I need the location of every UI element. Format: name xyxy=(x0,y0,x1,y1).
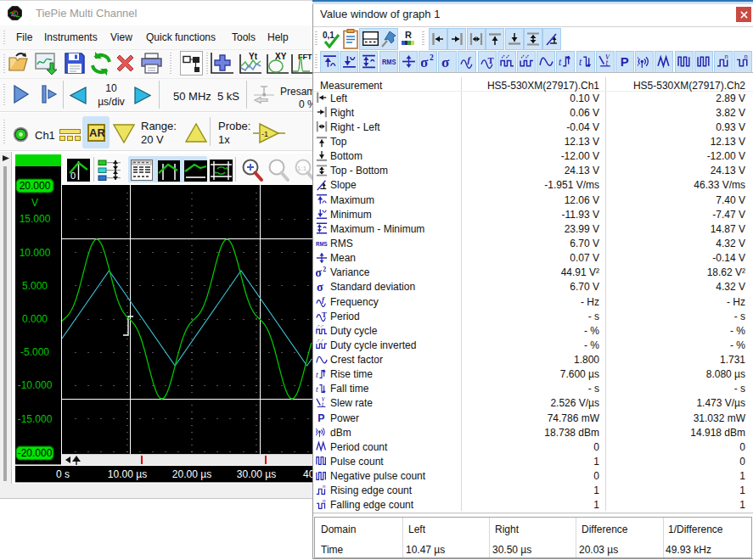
svg-text:t: t xyxy=(579,57,582,68)
svg-text:P: P xyxy=(317,412,324,423)
svg-text:T: T xyxy=(322,311,327,319)
svg-text:σ: σ xyxy=(317,281,323,293)
svg-text:0: 0 xyxy=(70,171,76,181)
svg-text:V: V xyxy=(321,397,326,403)
svg-text:RMS: RMS xyxy=(316,241,328,247)
svg-text:n: n xyxy=(323,484,325,489)
svg-text:n: n xyxy=(323,499,325,503)
svg-text:RMS: RMS xyxy=(382,58,396,66)
svg-text:0,1: 0,1 xyxy=(323,31,334,40)
svg-text:P: P xyxy=(621,55,629,69)
svg-text:f: f xyxy=(322,295,325,304)
svg-text:t: t xyxy=(316,370,318,379)
svg-text:σ: σ xyxy=(441,54,450,69)
svg-text:f: f xyxy=(468,55,472,64)
svg-text:2: 2 xyxy=(323,266,326,273)
svg-text:n: n xyxy=(745,54,748,60)
svg-text:σ: σ xyxy=(316,266,322,278)
svg-text:1:1: 1:1 xyxy=(297,165,307,172)
svg-text:2: 2 xyxy=(430,54,434,62)
svg-text:n: n xyxy=(725,54,728,60)
svg-text:-1: -1 xyxy=(261,130,268,138)
svg-text:T: T xyxy=(488,56,494,65)
svg-text:t: t xyxy=(316,384,318,394)
svg-text:t: t xyxy=(559,57,562,68)
svg-text:R: R xyxy=(405,30,412,40)
svg-text:σ: σ xyxy=(421,54,429,69)
svg-text:V: V xyxy=(604,54,610,61)
